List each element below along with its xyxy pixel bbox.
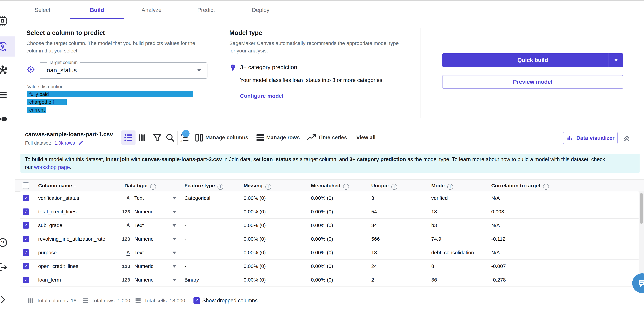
collapse-double-chevron-icon[interactable]: [622, 134, 631, 142]
tab-deploy-label: Deploy: [252, 7, 270, 13]
header-column-name[interactable]: Column name↓: [38, 180, 76, 191]
help-icon[interactable]: ?: [0, 237, 8, 248]
data-type-cell[interactable]: Numeric: [134, 260, 154, 273]
row-checkbox[interactable]: ✓: [23, 263, 29, 270]
mismatched-cell: 0.00% (0): [311, 246, 333, 259]
data-type-dropdown-caret[interactable]: [172, 265, 176, 268]
list-view-toggle[interactable]: [121, 130, 136, 145]
model-type-detail: Your model classifies loan_status into 3…: [240, 77, 384, 83]
predict-panel-description: Choose the target column. The model that…: [26, 39, 197, 54]
search-icon[interactable]: [165, 132, 176, 143]
missing-cell: 0.00% (0): [244, 260, 266, 273]
manage-rows-icon[interactable]: [255, 132, 266, 143]
chip-icon[interactable]: [0, 15, 8, 26]
section-divider-2: [420, 28, 421, 118]
data-type-dropdown-caret[interactable]: [172, 211, 176, 213]
quick-build-button[interactable]: Quick build: [442, 53, 623, 67]
target-column-select[interactable]: Target column loan_status: [39, 62, 208, 79]
tab-build[interactable]: Build: [70, 1, 124, 19]
manage-rows-button[interactable]: Manage rows: [266, 135, 300, 141]
chat-icon: [636, 277, 644, 289]
data-type-cell[interactable]: Text: [134, 246, 144, 259]
workshop-page-link[interactable]: workshop page: [34, 164, 70, 170]
chevron-down-icon: [614, 59, 618, 61]
header-mode: Modei: [431, 180, 453, 191]
model-build-icon[interactable]: [0, 41, 8, 52]
mismatched-cell: 0.00% (0): [311, 191, 333, 205]
data-type-cell[interactable]: Text: [134, 219, 144, 232]
distribution-bar-label: current: [29, 107, 45, 113]
network-icon[interactable]: [0, 65, 8, 76]
configure-model-link[interactable]: Configure model: [240, 93, 283, 99]
info-icon[interactable]: i: [343, 184, 349, 190]
column-name-cell: loan_term: [38, 273, 61, 287]
data-type-cell[interactable]: Numeric: [134, 232, 154, 246]
row-checkbox[interactable]: ✓: [23, 236, 29, 242]
rows-count-link[interactable]: 1.0k rows: [54, 140, 75, 146]
manage-columns-button[interactable]: Manage columns: [206, 135, 248, 141]
data-type-dropdown-caret[interactable]: [172, 279, 176, 281]
toolbar-divider: [149, 131, 149, 145]
text-type-icon: A: [126, 195, 130, 201]
show-dropped-columns-toggle[interactable]: ✓ Show dropped columns: [194, 292, 258, 309]
feature-type-cell: -: [184, 260, 186, 273]
header-data-type: Data typei: [124, 180, 156, 191]
info-icon[interactable]: i: [218, 184, 223, 190]
total-rows-stat: Total rows: 1,000: [82, 292, 130, 309]
tab-select[interactable]: Select: [15, 1, 70, 19]
manage-columns-icon[interactable]: [194, 132, 205, 143]
edit-pencil-icon[interactable]: [78, 140, 84, 146]
feature-type-cell: Categorical: [184, 191, 210, 205]
select-all-checkbox[interactable]: [23, 182, 29, 189]
data-type-dropdown-caret[interactable]: [172, 197, 176, 199]
data-type-dropdown-caret[interactable]: [172, 224, 176, 227]
sort-descending-icon[interactable]: ↓: [74, 183, 76, 188]
dots-icon[interactable]: [0, 114, 8, 124]
unique-cell: 54: [371, 205, 377, 218]
info-icon[interactable]: i: [447, 184, 453, 190]
table-row: ✓open_credit_lines123Numeric-0.00% (0)0.…: [20, 260, 638, 273]
tab-deploy[interactable]: Deploy: [233, 1, 288, 19]
tab-select-label: Select: [34, 7, 50, 13]
show-dropped-checkbox[interactable]: ✓: [194, 297, 200, 304]
filter-icon[interactable]: [152, 132, 162, 143]
data-visualizer-button[interactable]: Data visualizer: [563, 132, 618, 144]
time-series-icon[interactable]: [306, 132, 317, 143]
time-series-button[interactable]: Time series: [318, 135, 347, 141]
row-checkbox[interactable]: ✓: [23, 249, 29, 256]
preview-model-label: Preview model: [513, 79, 552, 85]
grid-view-toggle[interactable]: [136, 132, 147, 143]
missing-cell: 0.00% (0): [244, 219, 266, 232]
data-type-cell[interactable]: Text: [134, 191, 144, 205]
data-type-cell[interactable]: Numeric: [134, 273, 154, 287]
info-icon[interactable]: i: [392, 184, 397, 190]
feature-type-cell: -: [184, 246, 186, 259]
vertical-scrollbar-thumb[interactable]: [640, 193, 643, 224]
expand-chevron-icon[interactable]: [0, 294, 8, 305]
tab-analyze[interactable]: Analyze: [124, 1, 179, 19]
preview-model-button[interactable]: Preview model: [442, 75, 623, 89]
chevron-down-icon[interactable]: [197, 69, 201, 71]
row-checkbox[interactable]: ✓: [23, 277, 29, 283]
row-checkbox[interactable]: ✓: [23, 195, 29, 201]
row-checkbox[interactable]: ✓: [23, 222, 29, 229]
banner-text: as the model type. To learn more about h…: [406, 156, 605, 162]
menu-icon[interactable]: [0, 89, 8, 100]
missing-cell: 0.00% (0): [244, 191, 266, 205]
data-type-dropdown-caret[interactable]: [172, 238, 176, 240]
tab-predict[interactable]: Predict: [179, 1, 233, 19]
mode-cell: 74.9: [431, 232, 441, 246]
column-name-cell: verification_status: [38, 191, 79, 205]
data-type-cell[interactable]: Numeric: [134, 205, 154, 218]
data-type-dropdown-caret[interactable]: [172, 252, 176, 254]
sign-out-icon[interactable]: [0, 262, 8, 273]
info-icon[interactable]: i: [150, 184, 156, 190]
mismatched-cell: 0.00% (0): [311, 205, 333, 218]
sort-count-badge: 1: [182, 130, 190, 137]
row-checkbox[interactable]: ✓: [23, 209, 29, 215]
svg-text:3: 3: [180, 139, 182, 143]
view-all-button[interactable]: View all: [356, 135, 376, 141]
info-icon[interactable]: i: [266, 184, 271, 190]
info-icon[interactable]: i: [543, 184, 549, 190]
quick-build-dropdown[interactable]: [608, 53, 623, 67]
